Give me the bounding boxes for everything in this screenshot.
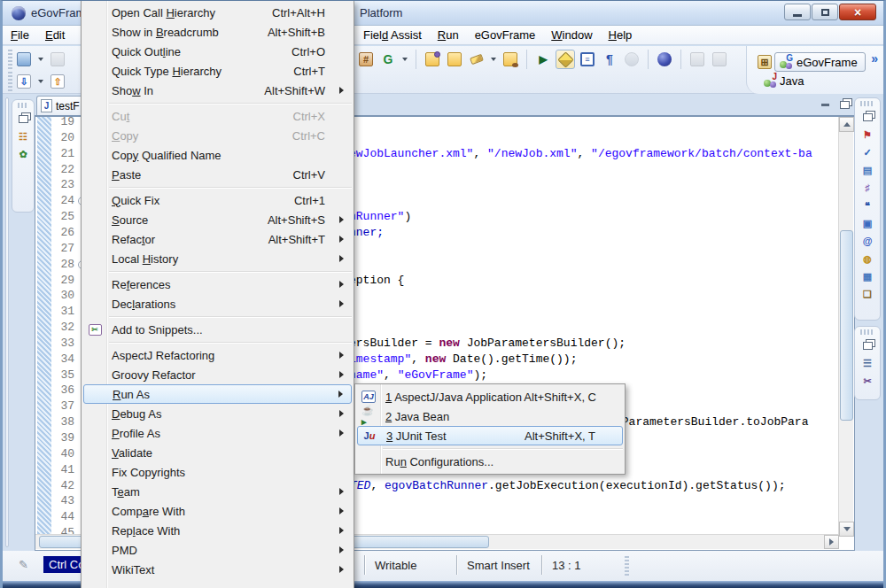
menubar-item-help[interactable]: Help <box>601 26 641 44</box>
open-folder-case-button[interactable] <box>445 50 464 69</box>
scroll-right-button[interactable] <box>824 535 839 549</box>
editor-maximize-button[interactable] <box>837 98 851 111</box>
menu-item-quick-type-hierarchy[interactable]: Quick Type HierarchyCtrl+T <box>83 61 352 81</box>
menu-item-copy-qualified-name[interactable]: Copy Qualified Name <box>83 145 352 165</box>
console-view-icon[interactable]: ▣ <box>859 215 876 231</box>
menu-item-local-history[interactable]: Local History <box>83 249 352 268</box>
pilcrow-button[interactable]: ¶ <box>600 50 619 69</box>
save-button[interactable] <box>48 50 67 69</box>
dropdown-arrow-icon[interactable] <box>38 80 43 83</box>
restore-view-icon[interactable] <box>859 109 876 125</box>
open-perspective-icon[interactable]: ⊞ <box>758 55 772 69</box>
properties-view-icon[interactable]: ▤ <box>859 162 876 178</box>
package-explorer-view-icon[interactable]: ✿ <box>14 146 32 162</box>
import-button[interactable]: ⇩ <box>14 72 34 91</box>
tasks-view-icon[interactable]: ✓ <box>859 144 876 160</box>
menu-item-paste[interactable]: PasteCtrl+V <box>83 165 352 184</box>
maximize-button[interactable] <box>812 4 838 20</box>
menubar-item-window[interactable]: Window <box>543 26 600 44</box>
grid-view-icon[interactable]: ▦ <box>859 268 876 284</box>
java-perspective-icon[interactable]: J <box>763 74 777 88</box>
menu-item-groovy-refactor[interactable]: Groovy Refactor <box>83 365 352 384</box>
line-number-gutter[interactable]: 1920212223242526272829303132333435363738… <box>51 117 76 540</box>
menu-item-run-configurations[interactable]: Run Configurations... <box>357 452 623 471</box>
torch-button[interactable] <box>467 50 486 69</box>
menubar-item-edit[interactable]: Edit <box>37 26 73 44</box>
menu-item-1-aspectj-java-application[interactable]: AJ1 AspectJ/Java ApplicationAlt+Shift+X,… <box>357 387 623 406</box>
fastview-grip[interactable] <box>860 101 874 106</box>
menu-item-3-junit-test[interactable]: Ju3 JUnit TestAlt+Shift+X, T <box>357 426 623 445</box>
close-button[interactable]: × <box>839 4 876 20</box>
toolbar-grip[interactable] <box>8 50 12 69</box>
menu-item-debug-as[interactable]: Debug As <box>83 404 352 423</box>
menu-item-add-to-snippets[interactable]: ✂Add to Snippets... <box>83 320 352 339</box>
open-folder-purple-button[interactable] <box>423 50 442 69</box>
menu-item-profile-as[interactable]: Profile As <box>83 423 352 443</box>
menu-item-team[interactable]: Team <box>83 482 352 501</box>
menu-item-copy[interactable]: CopyCtrl+C <box>83 126 352 145</box>
vertical-scroll-thumb[interactable] <box>840 230 853 421</box>
dropdown-arrow-icon[interactable] <box>402 58 408 61</box>
export-button[interactable]: ⇧ <box>48 72 67 91</box>
menubar-item-egovframe[interactable]: eGovFrame <box>467 26 544 44</box>
snippets-view-icon[interactable]: ✂ <box>859 373 876 389</box>
scroll-down-button[interactable] <box>839 522 854 537</box>
bookmark-view-icon[interactable]: ⚑ <box>859 127 876 143</box>
save2-button[interactable] <box>688 50 707 69</box>
perspective-java-label[interactable]: Java <box>780 74 804 88</box>
package-view-icon[interactable]: ❏ <box>859 286 876 302</box>
help-view-icon[interactable]: ❝ <box>859 197 876 213</box>
restore-view-icon[interactable] <box>859 337 876 353</box>
restore-view-icon[interactable] <box>14 111 32 127</box>
perspective-overflow-chevron[interactable]: » <box>871 51 878 66</box>
outline-view-icon[interactable]: ☰ <box>859 355 876 371</box>
menu-item-validate[interactable]: Validate <box>83 443 352 462</box>
new-java-grid-button[interactable]: # <box>356 50 376 69</box>
menu-item-cut[interactable]: CutCtrl+X <box>83 106 352 126</box>
mark-occurrences-button[interactable] <box>556 50 575 69</box>
database-view-icon[interactable]: ◍ <box>859 251 876 267</box>
menu-item-quick-fix[interactable]: Quick FixCtrl+1 <box>83 190 352 210</box>
show-source-button[interactable]: ≡ <box>578 50 597 69</box>
open-folder-bean-button[interactable] <box>501 50 520 69</box>
new-wizard-button[interactable] <box>14 50 34 69</box>
statusbar-grip[interactable] <box>625 556 629 576</box>
menu-item-refactor[interactable]: RefactorAlt+Shift+T <box>83 229 352 249</box>
menu-item-quick-outline[interactable]: Quick OutlineCtrl+O <box>83 42 352 61</box>
vertical-scrollbar[interactable] <box>838 117 853 537</box>
menu-item-wikitext[interactable]: WikiText <box>83 560 352 579</box>
menu-item-2-java-bean[interactable]: ☕▸2 Java Bean <box>357 406 623 426</box>
menu-item-aspectj-refactoring[interactable]: AspectJ Refactoring <box>83 345 352 365</box>
scroll-up-button[interactable] <box>839 117 854 132</box>
menubar-item-file[interactable]: File <box>3 26 37 44</box>
hierarchy-view-icon[interactable]: ☷ <box>14 128 32 144</box>
menu-item-source[interactable]: SourceAlt+Shift+S <box>83 210 352 229</box>
editor-minimize-button[interactable] <box>818 98 832 111</box>
perspective-egovframe-button[interactable]: G eGovFrame <box>774 52 866 72</box>
menu-item-declarations[interactable]: Declarations <box>83 294 352 313</box>
fastview-grip[interactable] <box>18 103 28 108</box>
filter-view-icon[interactable]: ♯ <box>859 180 876 196</box>
gray-tool-button[interactable] <box>622 50 641 69</box>
browser-sphere-button[interactable] <box>655 50 674 69</box>
fastview-grip[interactable] <box>860 329 874 335</box>
toolbar-grip[interactable] <box>8 72 12 91</box>
minimize-button[interactable] <box>784 4 811 20</box>
dropdown-arrow-icon[interactable] <box>38 58 43 61</box>
save-all-button[interactable] <box>710 50 729 69</box>
menubar-item-field-assist[interactable]: Field Assist <box>355 26 430 44</box>
menu-item-show-in[interactable]: Show InAlt+Shift+W <box>83 81 352 100</box>
menu-item-pmd[interactable]: PMD <box>83 540 352 560</box>
dropdown-arrow-icon[interactable] <box>491 58 496 61</box>
run-g-button[interactable]: ▶ <box>533 50 553 69</box>
menu-item-references[interactable]: References <box>83 275 352 294</box>
menu-item-fix-copyrights[interactable]: Fix Copyrights <box>83 462 352 482</box>
menu-item-open-call-hierarchy[interactable]: Open Call HierarchyCtrl+Alt+H <box>83 3 352 22</box>
menu-item-run-as[interactable]: Run As <box>83 384 352 404</box>
menubar-item-run[interactable]: Run <box>430 26 467 44</box>
annotations-view-icon[interactable]: @ <box>859 233 876 249</box>
refresh-g-button[interactable]: G <box>378 50 398 69</box>
menu-item-show-in-breadcrumb[interactable]: Show in BreadcrumbAlt+Shift+B <box>83 22 352 42</box>
menu-item-replace-with[interactable]: Replace With <box>83 521 352 540</box>
menu-item-compare-with[interactable]: Compare With <box>83 501 352 521</box>
